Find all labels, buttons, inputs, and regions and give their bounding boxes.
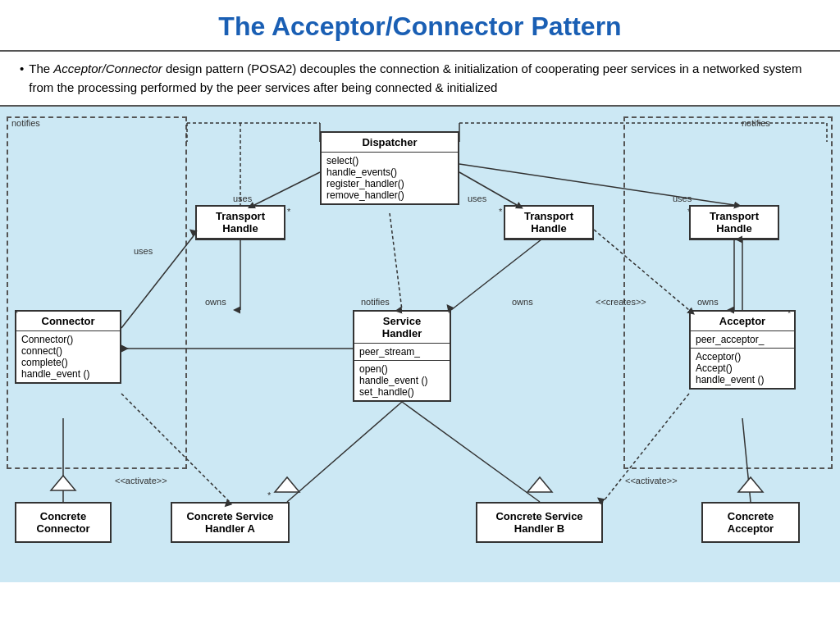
- left-group-border: [7, 116, 187, 469]
- svg-marker-20: [51, 476, 75, 490]
- uses-connector-label: uses: [134, 246, 153, 256]
- concrete-service-handler-a-box: Concrete ServiceHandler A: [171, 502, 290, 543]
- svg-line-13: [390, 213, 402, 310]
- activate-right-label: <<activate>>: [625, 476, 678, 485]
- acceptor-box: Acceptor peer_acceptor_ Acceptor()Accept…: [689, 310, 796, 390]
- svg-marker-28: [738, 477, 763, 492]
- concrete-service-handler-b-box: Concrete ServiceHandler B: [476, 502, 603, 543]
- svg-marker-25: [527, 477, 552, 492]
- star-1: *: [287, 207, 290, 217]
- star-6: *: [788, 308, 791, 318]
- service-handler-methods: open()handle_event ()set_handle(): [354, 361, 450, 400]
- notifies-left-label: notifies: [11, 118, 40, 128]
- uses-right-label: uses: [673, 194, 692, 203]
- star-4: *: [15, 308, 18, 318]
- owns-mid-left-label: owns: [512, 297, 533, 307]
- concrete-connector-box: ConcreteConnector: [15, 502, 112, 543]
- star-7: *: [267, 490, 271, 500]
- description-block: • The Acceptor/Connector design pattern …: [0, 52, 840, 107]
- transport-handle-left-title: TransportHandle: [197, 207, 284, 239]
- page-title: The Acceptor/Connector Pattern: [0, 0, 840, 52]
- service-handler-attr: peer_stream_: [354, 344, 450, 361]
- concrete-acceptor-box: ConcreteAcceptor: [701, 502, 800, 543]
- dispatcher-title: Dispatcher: [322, 133, 458, 153]
- transport-handle-left-box: TransportHandle: [195, 205, 285, 240]
- svg-marker-23: [275, 477, 299, 492]
- activate-left-label: <<activate>>: [115, 476, 167, 485]
- transport-handle-right-title: TransportHandle: [691, 207, 778, 239]
- uses-left-label: uses: [233, 194, 252, 203]
- italic-text: Acceptor/Connector: [53, 62, 162, 75]
- creates-label: <<creates>>: [596, 297, 646, 307]
- right-group-border: [623, 116, 833, 469]
- transport-handle-mid-title: TransportHandle: [505, 207, 592, 239]
- svg-line-24: [402, 402, 540, 502]
- connector-box: Connector Connector()connect()complete()…: [15, 310, 121, 384]
- dispatcher-box: Dispatcher select()handle_events()regist…: [320, 131, 459, 205]
- connector-methods: Connector()connect()complete()handle_eve…: [16, 331, 120, 382]
- dispatcher-methods: select()handle_events()register_handler(…: [322, 153, 458, 203]
- star-3: *: [687, 207, 691, 217]
- transport-handle-right-box: TransportHandle: [689, 205, 779, 240]
- service-handler-box: ServiceHandler peer_stream_ open()handle…: [353, 310, 451, 402]
- uses-mid-label: uses: [468, 194, 486, 203]
- svg-line-9: [254, 172, 320, 205]
- notifies-right-label: notifies: [742, 118, 770, 128]
- acceptor-attr: peer_acceptor_: [691, 331, 794, 349]
- star-5: *: [448, 308, 451, 318]
- service-handler-title: ServiceHandler: [354, 312, 450, 344]
- transport-handle-mid-box: TransportHandle: [504, 205, 594, 240]
- notifies-mid-label: notifies: [361, 297, 390, 307]
- owns-left-label: owns: [205, 297, 226, 307]
- star-2: *: [499, 207, 502, 217]
- connector-title: Connector: [16, 312, 120, 331]
- svg-line-22: [287, 402, 402, 502]
- owns-right-label: owns: [697, 297, 719, 307]
- acceptor-methods: Acceptor()Accept()handle_event (): [691, 349, 794, 388]
- acceptor-title: Acceptor: [691, 312, 794, 331]
- diagram: notifies notifies Dispatcher select()han…: [0, 107, 840, 582]
